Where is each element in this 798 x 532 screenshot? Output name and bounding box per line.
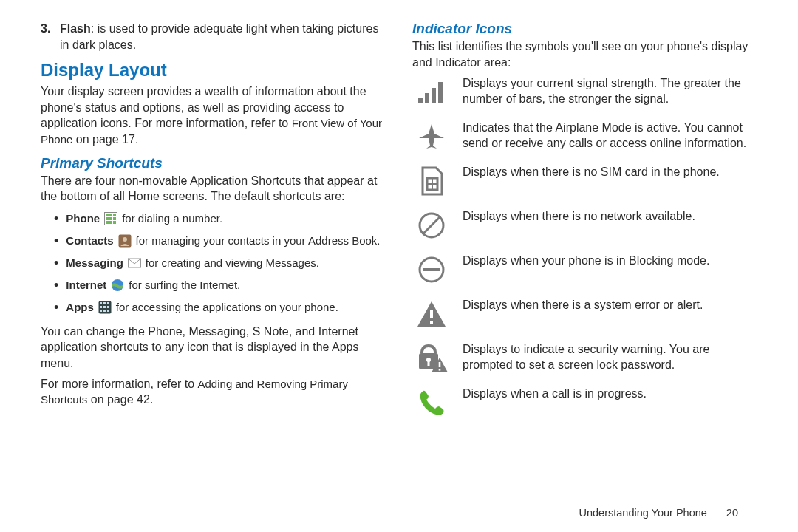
flash-body: Flash: is used to provide adequate light…	[60, 21, 386, 52]
svg-rect-6	[113, 217, 116, 220]
airplane-icon	[412, 120, 451, 153]
security-lock-icon	[412, 342, 451, 375]
call-in-progress-icon	[412, 386, 451, 419]
row-nosim: Displays when there is no SIM card in th…	[412, 165, 757, 197]
svg-rect-27	[438, 82, 443, 103]
row-security: Displays to indicate a security warning.…	[412, 342, 757, 375]
svg-rect-24	[418, 98, 423, 103]
alert-desc: Displays when there is a system error or…	[463, 298, 757, 313]
indicator-table: Displays your current signal strength. T…	[412, 76, 757, 419]
footer-page-number: 20	[726, 507, 738, 519]
svg-rect-26	[432, 88, 436, 103]
row-blocking: Displays when your phone is in Blocking …	[412, 253, 757, 286]
svg-rect-1	[106, 214, 109, 216]
internet-label: Internet	[66, 279, 106, 291]
manual-page: 3. Flash: is used to provide adequate li…	[0, 0, 798, 532]
more-info-para: For more information, refer to Adding an…	[41, 376, 386, 408]
svg-rect-4	[106, 217, 109, 220]
apps-icon	[98, 301, 112, 314]
svg-rect-3	[113, 214, 116, 216]
page-footer: Understanding Your Phone 20	[579, 507, 738, 519]
shortcut-internet: Internet for surfing the Internet.	[54, 276, 386, 296]
svg-rect-35	[430, 310, 433, 318]
no-sim-icon	[412, 165, 451, 197]
svg-rect-16	[103, 302, 106, 304]
contacts-text: for managing your contacts in your Addre…	[136, 233, 381, 250]
more-b: on page 42.	[87, 393, 153, 406]
row-nonet: Displays when there is no network availa…	[412, 209, 757, 242]
svg-rect-8	[109, 221, 112, 224]
svg-rect-40	[439, 362, 441, 367]
svg-rect-18	[100, 306, 102, 308]
flash-text: : is used to provide adequate light when…	[60, 22, 378, 51]
svg-point-11	[123, 237, 127, 242]
display-layout-para: Your display screen provides a wealth of…	[41, 83, 386, 147]
svg-line-32	[423, 216, 440, 234]
svg-rect-17	[107, 302, 109, 304]
internet-text: for surfing the Internet.	[129, 277, 240, 294]
nonet-desc: Displays when there is no network availa…	[463, 209, 757, 225]
row-alert: Displays when there is a system error or…	[412, 298, 757, 330]
svg-rect-9	[113, 221, 116, 224]
shortcut-contacts: Contacts for managing your contacts in y…	[54, 231, 386, 251]
right-column: Indicator Icons This list identifies the…	[399, 21, 757, 519]
nosim-desc: Displays when there is no SIM card in th…	[463, 165, 757, 180]
messaging-label: Messaging	[66, 256, 123, 269]
svg-rect-15	[100, 302, 102, 304]
shortcuts-para: There are four non-movable Application S…	[41, 173, 386, 205]
svg-rect-25	[425, 93, 429, 103]
footer-section: Understanding Your Phone	[579, 507, 706, 519]
alert-icon	[412, 298, 451, 330]
shortcut-messaging: Messaging for creating and viewing Messa…	[54, 253, 386, 273]
shortcut-list: Phone for dialing a number. Contacts for…	[54, 209, 386, 318]
apps-label: Apps	[66, 301, 94, 313]
shortcut-phone: Phone for dialing a number.	[54, 209, 386, 229]
flash-label: Flash	[60, 22, 91, 35]
svg-rect-7	[106, 221, 109, 224]
display-para-b: on page 17.	[72, 133, 138, 146]
indicator-intro: This list identifies the symbols you'll …	[412, 38, 757, 70]
left-column: 3. Flash: is used to provide adequate li…	[41, 21, 399, 519]
display-layout-heading: Display Layout	[41, 60, 386, 81]
svg-rect-22	[103, 310, 106, 312]
security-desc: Displays to indicate a security warning.…	[463, 342, 757, 373]
svg-rect-39	[428, 361, 430, 366]
more-a: For more information, refer to	[41, 378, 198, 390]
svg-rect-5	[109, 217, 112, 220]
signal-desc: Displays your current signal strength. T…	[463, 76, 757, 107]
row-signal: Displays your current signal strength. T…	[412, 76, 757, 109]
primary-shortcuts-heading: Primary Shortcuts	[41, 155, 386, 171]
flash-item: 3. Flash: is used to provide adequate li…	[41, 21, 386, 52]
shortcut-apps: Apps for accessing the applications on y…	[54, 298, 386, 318]
svg-rect-21	[100, 310, 102, 312]
messaging-text: for creating and viewing Messages.	[146, 255, 319, 272]
svg-rect-20	[107, 306, 109, 308]
svg-rect-19	[103, 306, 106, 308]
blocking-mode-icon	[412, 253, 451, 286]
internet-icon	[111, 279, 124, 292]
contacts-label: Contacts	[66, 234, 113, 247]
row-airplane: Indicates that the Airplane Mode is acti…	[412, 120, 757, 153]
contacts-icon	[118, 234, 132, 248]
no-network-icon	[412, 209, 451, 242]
svg-rect-41	[439, 369, 441, 371]
svg-rect-23	[107, 310, 109, 312]
svg-rect-2	[109, 214, 112, 216]
signal-bars-icon	[412, 76, 451, 109]
call-desc: Displays when a call is in progress.	[463, 386, 757, 402]
blocking-desc: Displays when your phone is in Blocking …	[463, 253, 757, 269]
phone-icon	[104, 212, 117, 225]
row-call: Displays when a call is in progress.	[412, 386, 757, 419]
apps-text: for accessing the applications on your p…	[116, 299, 338, 316]
phone-text: for dialing a number.	[122, 211, 222, 228]
phone-label: Phone	[66, 212, 100, 225]
svg-rect-36	[430, 321, 433, 324]
messaging-icon	[128, 256, 141, 270]
airplane-desc: Indicates that the Airplane Mode is acti…	[463, 120, 757, 151]
indicator-icons-heading: Indicator Icons	[412, 21, 757, 37]
flash-number: 3.	[41, 21, 60, 52]
change-shortcuts-para: You can change the Phone, Messaging, S N…	[41, 324, 386, 372]
